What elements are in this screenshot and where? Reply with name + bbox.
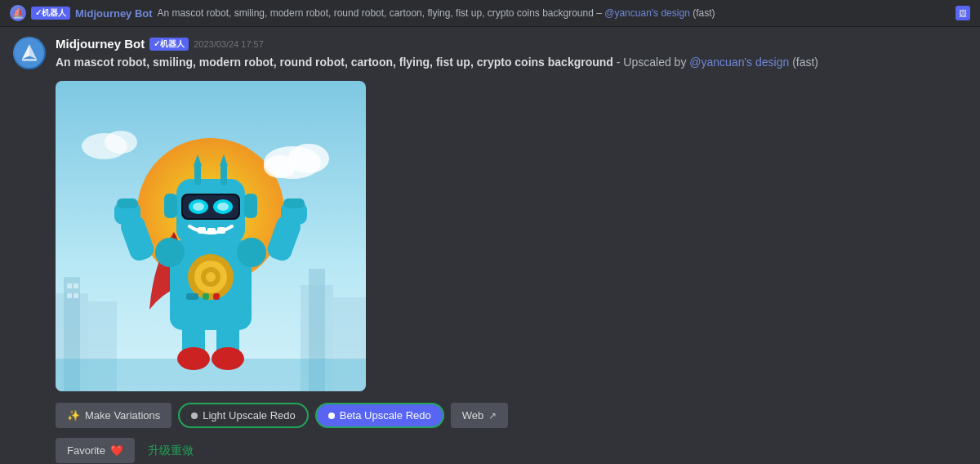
bot-avatar	[13, 37, 46, 69]
top-bar-user-link: @yancuan's design	[604, 7, 690, 19]
top-bar-prompt: An mascot robot, smiling, modern robot, …	[158, 7, 951, 19]
svg-rect-19	[56, 359, 366, 391]
svg-rect-41	[194, 163, 201, 185]
bot-display-name: Midjourney Bot	[56, 37, 145, 51]
svg-rect-29	[186, 293, 198, 300]
svg-rect-31	[213, 293, 220, 300]
svg-rect-1	[22, 59, 37, 60]
message-timestamp: 2023/03/24 17:57	[194, 39, 264, 49]
message-prompt: An mascot robot, smiling, modern robot, …	[56, 54, 967, 71]
generated-image	[56, 81, 366, 391]
upgrade-redo-text: 升级重做	[148, 444, 194, 458]
svg-rect-18	[74, 293, 78, 298]
beta-upscale-redo-button[interactable]: Beta Upscale Redo	[315, 403, 444, 428]
action-buttons-row: ✨ Make Variations Light Upscale Redo Bet…	[56, 403, 967, 428]
top-bar-verified-badge: ✓机器人	[31, 7, 70, 20]
external-link-icon: ↗	[488, 410, 497, 422]
top-bar: ⛵ ✓机器人 Midjourney Bot An mascot robot, s…	[0, 0, 980, 27]
svg-rect-54	[164, 194, 177, 218]
svg-rect-36	[117, 199, 138, 208]
svg-rect-17	[67, 293, 72, 298]
svg-point-8	[105, 131, 137, 154]
message-user-link: @yancuan's design	[689, 56, 789, 69]
svg-rect-55	[244, 194, 257, 218]
svg-point-33	[237, 238, 266, 267]
light-upscale-dot-icon	[191, 413, 198, 419]
svg-rect-39	[283, 199, 305, 208]
bot-verified-badge: ✓机器人	[149, 38, 189, 51]
svg-point-32	[155, 238, 185, 267]
sparkle-icon: ✨	[67, 409, 80, 422]
svg-rect-52	[207, 228, 216, 234]
top-bar-avatar: ⛵	[10, 5, 26, 21]
light-upscale-redo-button[interactable]: Light Upscale Redo	[178, 403, 308, 428]
favorite-button[interactable]: Favorite ❤️	[56, 438, 135, 463]
svg-rect-15	[67, 283, 72, 288]
svg-rect-53	[217, 227, 225, 234]
svg-rect-51	[198, 227, 206, 234]
svg-rect-16	[74, 283, 78, 288]
message-header: Midjourney Bot ✓机器人 2023/03/24 17:57	[56, 37, 967, 51]
heart-icon: ❤️	[110, 444, 123, 457]
svg-point-28	[206, 272, 216, 282]
image-thumbnail-icon: 🖼	[956, 6, 970, 20]
beta-upscale-dot-icon	[328, 413, 335, 419]
svg-point-50	[217, 203, 229, 211]
svg-point-22	[177, 347, 210, 370]
web-button[interactable]: Web ↗	[451, 403, 509, 428]
main-content: Midjourney Bot ✓机器人 2023/03/24 17:57 An …	[0, 27, 980, 464]
svg-rect-30	[203, 293, 209, 300]
svg-point-49	[193, 203, 204, 211]
svg-point-23	[212, 347, 244, 370]
svg-rect-43	[220, 163, 227, 185]
svg-point-6	[264, 155, 296, 178]
secondary-buttons-row: Favorite ❤️ 升级重做	[56, 438, 967, 463]
message-area: Midjourney Bot ✓机器人 2023/03/24 17:57 An …	[56, 37, 967, 463]
top-bar-bot-name: Midjourney Bot	[75, 7, 153, 20]
make-variations-button[interactable]: ✨ Make Variations	[56, 403, 172, 428]
